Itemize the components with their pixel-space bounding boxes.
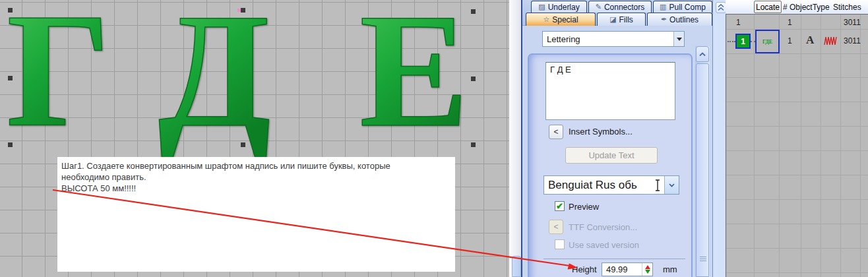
object-table[interactable]: 1 1 3011 1 ГДЕ 1 A 3011 bbox=[726, 14, 868, 277]
scrollbar-thumb[interactable] bbox=[696, 63, 709, 277]
chevron-up-icon bbox=[699, 52, 706, 57]
ttf-conversion-expand-button[interactable]: < bbox=[549, 220, 563, 234]
use-saved-version-label: Use saved version bbox=[569, 240, 639, 250]
font-select-value: Benguiat Rus обь bbox=[544, 179, 664, 192]
tab-underlay[interactable]: ▨ Underlay bbox=[531, 1, 587, 13]
height-input[interactable]: 49.99 bbox=[602, 262, 653, 276]
group-number-cell[interactable]: 1 bbox=[736, 18, 741, 27]
update-text-button[interactable]: Update Text bbox=[565, 147, 658, 164]
stitch-count-cell[interactable]: 3011 bbox=[844, 18, 861, 27]
star-icon: ☆ bbox=[543, 15, 549, 24]
design-canvas[interactable]: Г Д Е Шаг1. Создаете конвертированным шр… bbox=[0, 0, 509, 277]
object-number-cell[interactable]: 1 bbox=[788, 36, 792, 46]
spin-down-icon[interactable] bbox=[645, 270, 650, 274]
lettering-group: Г Д Е < Insert Symbols... Update Text Be… bbox=[528, 53, 693, 277]
selected-color-badge[interactable]: 1 bbox=[735, 34, 751, 49]
note-line: ВЫСОТА 50 мм!!!!! bbox=[61, 183, 451, 194]
note-line: необходимо править. bbox=[61, 171, 451, 183]
preview-label: Preview bbox=[569, 202, 599, 212]
selection-handle[interactable] bbox=[8, 8, 13, 13]
empty-rows bbox=[726, 53, 868, 277]
chevron-down-icon[interactable] bbox=[664, 176, 679, 194]
tree-connector bbox=[728, 41, 735, 42]
lettering-text-value: Г Д Е bbox=[550, 65, 571, 75]
pull-comp-icon: ▥ bbox=[660, 3, 666, 11]
canvas-panel-gap bbox=[509, 0, 521, 277]
stitch-type-icon[interactable] bbox=[824, 36, 837, 46]
panel-scrollbar[interactable] bbox=[695, 46, 710, 277]
letter-glyph[interactable]: Д bbox=[158, 0, 271, 161]
selection-handle[interactable] bbox=[8, 142, 13, 147]
stitch-count-cell[interactable]: 3011 bbox=[844, 36, 861, 46]
selection-handle[interactable] bbox=[241, 142, 245, 147]
tab-label: Connectors bbox=[604, 3, 644, 12]
object-type-value: Lettering bbox=[543, 34, 673, 44]
height-label: Height bbox=[572, 264, 597, 274]
object-thumbnail[interactable]: ГДЕ bbox=[755, 30, 780, 53]
height-spinner[interactable] bbox=[642, 263, 652, 276]
object-list-header: Locate # ObjectType Stitches bbox=[726, 0, 868, 14]
tab-outlines[interactable]: ✒ Outlines bbox=[647, 13, 712, 26]
scroll-up-button[interactable] bbox=[696, 46, 709, 62]
text-cursor-icon bbox=[655, 179, 660, 191]
font-select[interactable]: Benguiat Rus обь bbox=[543, 175, 679, 195]
tab-fills[interactable]: ◪ Fills bbox=[597, 13, 646, 26]
tab-label: Special bbox=[552, 15, 578, 24]
divider bbox=[543, 259, 685, 259]
column-header-number[interactable]: # bbox=[783, 3, 788, 12]
outline-icon: ✒ bbox=[661, 15, 667, 24]
check-icon: ✔ bbox=[556, 202, 563, 210]
letter-glyph[interactable]: Г bbox=[7, 0, 111, 161]
selection-handle[interactable] bbox=[471, 77, 476, 81]
height-value: 49.99 bbox=[602, 264, 642, 274]
fill-icon: ◪ bbox=[609, 15, 616, 24]
object-properties-panel: ▨ Underlay ✎ Connectors ▥ Pull Comp ☆ Sp… bbox=[521, 0, 712, 277]
selection-handle[interactable] bbox=[471, 9, 476, 14]
thumb-grip bbox=[700, 257, 706, 262]
ttf-conversion-label[interactable]: TTF Conversion... bbox=[569, 222, 637, 232]
spin-up-icon[interactable] bbox=[645, 265, 650, 269]
object-type-select[interactable]: Lettering bbox=[542, 31, 685, 47]
app-window: Г Д Е Шаг1. Создаете конвертированным шр… bbox=[0, 0, 868, 277]
selection-handle[interactable] bbox=[8, 76, 13, 80]
lettering-type-icon[interactable]: A bbox=[806, 34, 814, 47]
letter-glyph[interactable]: Е bbox=[359, 0, 468, 161]
locate-button[interactable]: Locate bbox=[754, 1, 782, 13]
note-line: Шаг1. Создаете конвертированным шрафтом … bbox=[61, 160, 451, 171]
height-unit-label: mm bbox=[663, 264, 677, 274]
tab-label: Outlines bbox=[669, 15, 698, 24]
tab-special[interactable]: ☆ Special bbox=[526, 13, 596, 26]
tab-label: Underlay bbox=[548, 3, 580, 12]
annotation-note: Шаг1. Создаете конвертированным шрафтом … bbox=[57, 157, 455, 272]
double-chevron-up-icon bbox=[718, 4, 724, 11]
scrollbar-stub[interactable] bbox=[512, 256, 521, 277]
insert-symbols-expand-button[interactable]: < bbox=[549, 125, 563, 139]
selection-handle[interactable] bbox=[241, 8, 245, 13]
tab-connectors[interactable]: ✎ Connectors bbox=[588, 1, 652, 13]
tab-label: Fills bbox=[619, 15, 633, 24]
connector-icon: ✎ bbox=[596, 3, 602, 11]
column-header-stitches[interactable]: Stitches bbox=[833, 3, 861, 12]
chevron-down-icon[interactable] bbox=[673, 32, 684, 46]
use-saved-version-checkbox[interactable] bbox=[555, 239, 565, 249]
tab-pull-comp[interactable]: ▥ Pull Comp bbox=[653, 1, 712, 13]
object-number-cell[interactable]: 1 bbox=[788, 18, 792, 27]
tree-connector bbox=[751, 41, 755, 42]
underlay-icon: ▨ bbox=[538, 3, 545, 11]
column-header-type[interactable]: ObjectType bbox=[790, 3, 830, 12]
collapse-panel-button[interactable] bbox=[716, 2, 726, 13]
tab-label: Pull Comp bbox=[669, 3, 706, 12]
object-list-panel: Locate # ObjectType Stitches 1 1 3011 1 … bbox=[712, 0, 868, 277]
lettering-text-input[interactable]: Г Д Е bbox=[545, 62, 675, 120]
preview-checkbox[interactable]: ✔ bbox=[555, 201, 565, 211]
selection-handle[interactable] bbox=[471, 142, 476, 147]
insert-symbols-label[interactable]: Insert Symbols... bbox=[569, 127, 633, 137]
